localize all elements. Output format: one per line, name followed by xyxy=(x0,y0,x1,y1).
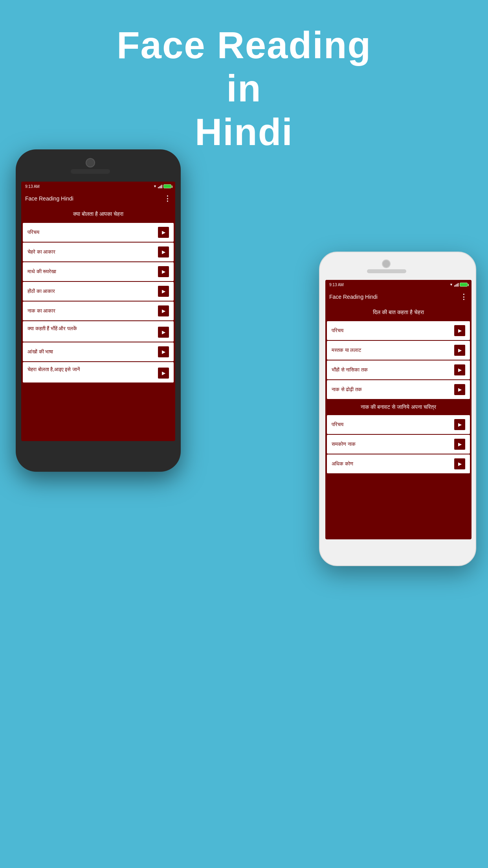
list-item-text: चेहरा बोलता है,आइए इसे जानें xyxy=(28,366,158,373)
list-item[interactable]: भौंहों से नासिका तक xyxy=(327,360,470,379)
phone2-section1-header: दिल की बात कहता है चेहरा xyxy=(325,304,471,320)
phone1-wifi-icon: ▼ xyxy=(153,184,157,188)
phone2-camera-icon xyxy=(382,259,391,268)
phone1: 9:13 AM ▼ Face Reading Hindi xyxy=(16,149,181,472)
phone2-menu-button[interactable]: ⋮ xyxy=(460,292,468,301)
phone1-status-bar: 9:13 AM ▼ xyxy=(21,182,175,191)
arrow-icon xyxy=(158,305,169,316)
list-item[interactable]: चेहरे का आकार xyxy=(23,243,174,261)
phone1-body: 9:13 AM ▼ Face Reading Hindi xyxy=(16,149,181,472)
phone2-wifi-icon: ▼ xyxy=(449,283,453,287)
list-item[interactable]: होंठों का आकार xyxy=(23,282,174,301)
phone2-status-icons: ▼ xyxy=(449,283,468,287)
phone1-status-icons: ▼ xyxy=(153,184,171,188)
list-item-text: आंखों की भाषा xyxy=(28,349,158,355)
list-item[interactable]: परिचय xyxy=(23,223,174,242)
page-title: Face Reading in Hindi xyxy=(0,0,488,154)
arrow-icon xyxy=(158,368,169,379)
arrow-icon xyxy=(158,286,169,297)
phone2-section2-header: नाक की बनावट से जानिये अपना चरित्र xyxy=(325,400,471,414)
phone1-section-header: क्या बोलता है आपका चेहरा xyxy=(21,206,175,222)
list-item-text: होंठों का आकार xyxy=(28,288,158,294)
phone1-signal-icon xyxy=(158,184,162,188)
arrow-icon xyxy=(454,458,465,469)
list-item-text: नाक से ढोढ़ी तक xyxy=(332,386,454,393)
phone2-body: 9:13 AM ▼ Face Reading Hindi xyxy=(319,252,476,566)
list-item-text: परिचय xyxy=(332,421,454,428)
phone1-toolbar: Face Reading Hindi ⋮ xyxy=(21,191,175,206)
phone1-battery-icon xyxy=(163,184,171,188)
list-item-text: अधिक कोण xyxy=(332,461,454,467)
arrow-icon xyxy=(158,246,169,257)
phone2-toolbar-title: Face Reading Hindi xyxy=(329,294,378,300)
list-item[interactable]: परिचय xyxy=(327,321,470,340)
list-item[interactable]: आंखों की भाषा xyxy=(23,342,174,361)
list-item-text: मस्तक या ललाट xyxy=(332,347,454,353)
phone1-screen: 9:13 AM ▼ Face Reading Hindi xyxy=(21,182,175,441)
list-item[interactable]: क्या कहती हैं भौंहें और पलकें xyxy=(23,321,174,342)
arrow-icon xyxy=(158,266,169,277)
list-item[interactable]: अधिक कोण xyxy=(327,454,470,473)
list-item-text: माथे की रूपरेखा xyxy=(28,268,158,275)
phone1-toolbar-title: Face Reading Hindi xyxy=(25,195,73,202)
phone2-battery-icon xyxy=(460,283,468,287)
arrow-icon xyxy=(454,419,465,430)
list-item-text: चेहरे का आकार xyxy=(28,249,158,255)
phone2-speaker xyxy=(367,269,406,273)
phone2-signal-icon xyxy=(454,283,459,287)
phone1-speaker xyxy=(71,169,110,174)
list-item-text: परिचय xyxy=(332,327,454,334)
phone2-status-bar: 9:13 AM ▼ xyxy=(325,280,471,289)
arrow-icon xyxy=(158,346,169,357)
list-item[interactable]: मस्तक या ललाट xyxy=(327,341,470,360)
arrow-icon xyxy=(454,384,465,395)
list-item-text: क्या कहती हैं भौंहें और पलकें xyxy=(28,325,158,332)
list-item[interactable]: परिचय xyxy=(327,415,470,434)
list-item-text: नाक का आकार xyxy=(28,308,158,314)
arrow-icon xyxy=(454,364,465,375)
list-item[interactable]: नाक से ढोढ़ी तक xyxy=(327,380,470,399)
phone1-camera-icon xyxy=(86,158,95,167)
phone2: 9:13 AM ▼ Face Reading Hindi xyxy=(319,252,476,566)
list-item-text: समकोण नाक xyxy=(332,441,454,447)
arrow-icon xyxy=(158,227,169,238)
list-item[interactable]: नाक का आकार xyxy=(23,302,174,320)
list-item-text: परिचय xyxy=(28,229,158,235)
phone2-screen: 9:13 AM ▼ Face Reading Hindi xyxy=(325,280,471,539)
list-item[interactable]: समकोण नाक xyxy=(327,435,470,454)
phone1-time: 9:13 AM xyxy=(25,184,40,189)
phones-area: 9:13 AM ▼ Face Reading Hindi xyxy=(0,134,488,849)
phone2-toolbar: Face Reading Hindi ⋮ xyxy=(325,289,471,304)
list-item[interactable]: माथे की रूपरेखा xyxy=(23,262,174,281)
list-item-text: भौंहों से नासिका तक xyxy=(332,367,454,373)
list-item[interactable]: चेहरा बोलता है,आइए इसे जानें xyxy=(23,362,174,383)
arrow-icon xyxy=(158,327,169,338)
phone1-menu-button[interactable]: ⋮ xyxy=(164,194,171,203)
phone2-time: 9:13 AM xyxy=(329,283,344,287)
arrow-icon xyxy=(454,439,465,450)
arrow-icon xyxy=(454,345,465,356)
arrow-icon xyxy=(454,325,465,336)
